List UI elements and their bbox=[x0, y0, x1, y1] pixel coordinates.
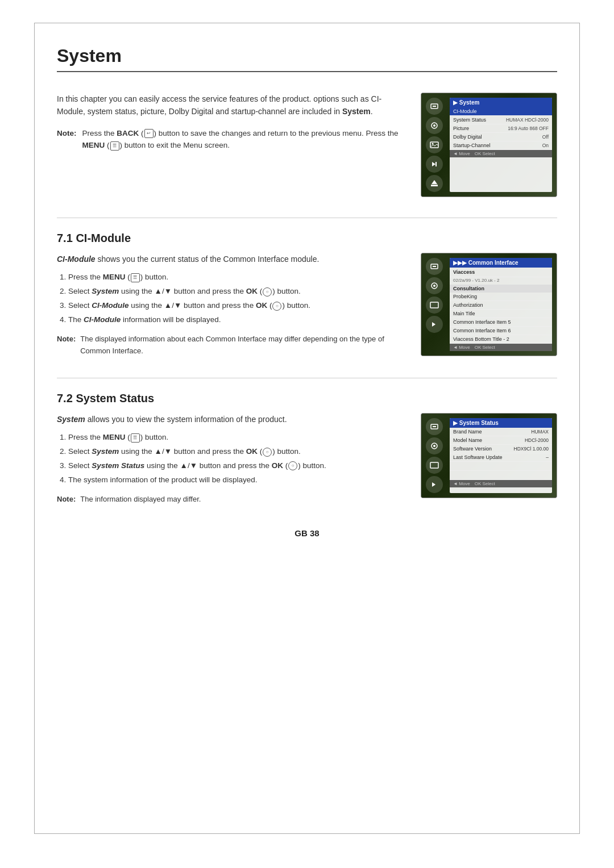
page-border-bottom bbox=[34, 833, 580, 834]
status-steps-list: Press the MENU (☰) button. Select System… bbox=[68, 431, 404, 487]
system-menu-row-status: System StatusHUMAX HDCl-2000 bbox=[450, 116, 552, 124]
icon-status-2 bbox=[426, 437, 443, 454]
status-empty-2 bbox=[450, 471, 552, 480]
divider-2 bbox=[57, 378, 557, 378]
screenshot-ci-menu: ▶▶▶ Common Interface Viaccess 02/2a/99 -… bbox=[450, 258, 552, 351]
screenshot-system-content: ▶ System CI-Module System StatusHUMAX HD… bbox=[421, 93, 557, 197]
menu-button-icon: ☰ bbox=[110, 141, 119, 151]
section-ci-heading: 7.1 CI-Module bbox=[57, 232, 557, 245]
ci-menu-viaccess: Viaccess bbox=[450, 268, 552, 277]
ci-step-2: Select System using the ▲/▼ button and p… bbox=[68, 285, 404, 298]
intro-note: Note: Press the BACK (↩) button to save … bbox=[57, 127, 404, 152]
icon-dolby bbox=[426, 156, 443, 173]
ci-note-label: Note: bbox=[57, 333, 76, 357]
svg-point-3 bbox=[433, 124, 435, 127]
system-menu-footer: ◄ MoveOK Select bbox=[450, 150, 552, 157]
icon-ci-1 bbox=[426, 258, 443, 275]
section-ci-block: CI-Module shows you the current status o… bbox=[57, 253, 557, 357]
ok-icon-1: ○ bbox=[263, 287, 272, 297]
ci-menu-version: 02/2a/99 - V1.20.uk - 2 bbox=[450, 277, 552, 285]
ok-icon-2: ○ bbox=[272, 302, 281, 311]
page-num: 38 bbox=[310, 528, 320, 538]
ci-step-1: Press the MENU (☰) button. bbox=[68, 271, 404, 284]
icon-status-4 bbox=[426, 476, 443, 493]
system-menu-row-dolby: Dolby DigitalOff bbox=[450, 133, 552, 141]
chapter-title: System bbox=[57, 45, 557, 72]
ci-steps-list: Press the MENU (☰) button. Select System… bbox=[68, 271, 404, 327]
intro-section: In this chapter you can easily access th… bbox=[57, 93, 557, 197]
status-intro-para: System allows you to view the system inf… bbox=[57, 413, 404, 425]
ci-note: Note: The displayed information about ea… bbox=[57, 333, 404, 357]
svg-rect-6 bbox=[431, 185, 438, 186]
status-note: Note: The information displayed may diff… bbox=[57, 494, 404, 506]
icon-ci-2 bbox=[426, 277, 443, 294]
system-menu-title: ▶ System bbox=[450, 98, 552, 107]
ci-intro-para: CI-Module shows you the current status o… bbox=[57, 253, 404, 265]
ci-item-authorization: Authorization bbox=[450, 301, 552, 310]
section-status-heading: 7.2 System Status bbox=[57, 392, 557, 405]
icon-picture bbox=[426, 136, 443, 153]
intro-note-label: Note: bbox=[57, 127, 77, 152]
screenshot-status: ▶ System Status Brand NameHUMAX Model Na… bbox=[421, 413, 557, 498]
intro-text: In this chapter you can easily access th… bbox=[57, 93, 404, 152]
screenshot-ci-content: ▶▶▶ Common Interface Viaccess 02/2a/99 -… bbox=[421, 253, 557, 356]
status-step-3: Select System Status using the ▲/▼ butto… bbox=[68, 460, 404, 473]
svg-rect-14 bbox=[433, 426, 436, 427]
icon-startup bbox=[426, 175, 443, 192]
screenshot-ci: ▶▶▶ Common Interface Viaccess 02/2a/99 -… bbox=[421, 253, 557, 356]
svg-rect-9 bbox=[433, 266, 436, 267]
ci-step-4: The CI-Module information will be displa… bbox=[68, 314, 404, 327]
icon-ci-module bbox=[426, 98, 443, 115]
svg-rect-17 bbox=[430, 462, 438, 468]
svg-rect-1 bbox=[433, 106, 436, 107]
intro-note-text: Press the BACK (↩) button to save the ch… bbox=[82, 127, 404, 152]
status-step-1: Press the MENU (☰) button. bbox=[68, 431, 404, 444]
ci-item-viaccess-bottom: Viaccess Bottom Title - 2 bbox=[450, 335, 552, 344]
status-note-label: Note: bbox=[57, 494, 76, 506]
page-content: System In this chapter you can easily ac… bbox=[0, 0, 614, 583]
ci-note-text: The displayed information about each Com… bbox=[80, 333, 404, 357]
ci-item-main-title: Main Title bbox=[450, 310, 552, 318]
status-step-4: The system information of the product wi… bbox=[68, 474, 404, 487]
icon-status-3 bbox=[426, 457, 443, 474]
status-menu-title: ▶ System Status bbox=[450, 418, 552, 428]
ci-item-probeking: ProbeKing bbox=[450, 293, 552, 301]
ok-icon-3: ○ bbox=[263, 448, 272, 457]
icon-ci-4 bbox=[426, 316, 443, 333]
screenshot-system: ▶ System CI-Module System StatusHUMAX HD… bbox=[421, 93, 557, 197]
ci-menu-section: Consultation bbox=[450, 285, 552, 293]
status-step-2: Select System using the ▲/▼ button and p… bbox=[68, 445, 404, 458]
page-label: GB bbox=[294, 528, 308, 538]
ci-item-6: Common Interface Item 6 bbox=[450, 327, 552, 335]
screenshot-system-menu: ▶ System CI-Module System StatusHUMAX HD… bbox=[450, 98, 552, 192]
section-ci-text: CI-Module shows you the current status o… bbox=[57, 253, 404, 357]
screenshot-ci-icons bbox=[426, 258, 446, 351]
back-button-icon: ↩ bbox=[144, 129, 154, 138]
icon-status-1 bbox=[426, 418, 443, 435]
icon-ci-3 bbox=[426, 297, 443, 314]
screenshot-status-content: ▶ System Status Brand NameHUMAX Model Na… bbox=[421, 414, 557, 498]
section-status-text: System allows you to view the system inf… bbox=[57, 413, 404, 506]
system-menu-row-picture: Picture16:9 Auto 868 OFF bbox=[450, 124, 552, 133]
ci-step-3: Select CI-Module using the ▲/▼ button an… bbox=[68, 299, 404, 312]
svg-point-16 bbox=[433, 445, 435, 447]
system-menu-row-ci: CI-Module bbox=[450, 107, 552, 116]
svg-point-11 bbox=[433, 285, 435, 287]
status-brand-row: Brand NameHUMAX bbox=[450, 428, 552, 436]
ci-menu-footer: ◄ MoveOK Select bbox=[450, 344, 552, 351]
ci-menu-title: ▶▶▶ Common Interface bbox=[450, 258, 552, 268]
screenshot-system-icons bbox=[426, 98, 446, 192]
svg-rect-12 bbox=[430, 302, 438, 308]
system-menu-row-startup: Startup-ChannelOn bbox=[450, 141, 552, 150]
intro-paragraph: In this chapter you can easily access th… bbox=[57, 93, 404, 118]
status-update-row: Last Software Update– bbox=[450, 453, 552, 462]
status-menu-footer: ◄ MoveOK Select bbox=[450, 480, 552, 487]
ok-icon-4: ○ bbox=[288, 461, 297, 470]
menu-icon-1: ☰ bbox=[131, 273, 140, 282]
ci-item-5: Common Interface Item 5 bbox=[450, 318, 552, 327]
svg-point-5 bbox=[432, 143, 434, 145]
screenshot-status-menu: ▶ System Status Brand NameHUMAX Model Na… bbox=[450, 418, 552, 493]
icon-system bbox=[426, 117, 443, 134]
section-status-block: System allows you to view the system inf… bbox=[57, 413, 557, 506]
status-software-row: Software VersionHDX9Cl 1.00.00 bbox=[450, 445, 552, 453]
